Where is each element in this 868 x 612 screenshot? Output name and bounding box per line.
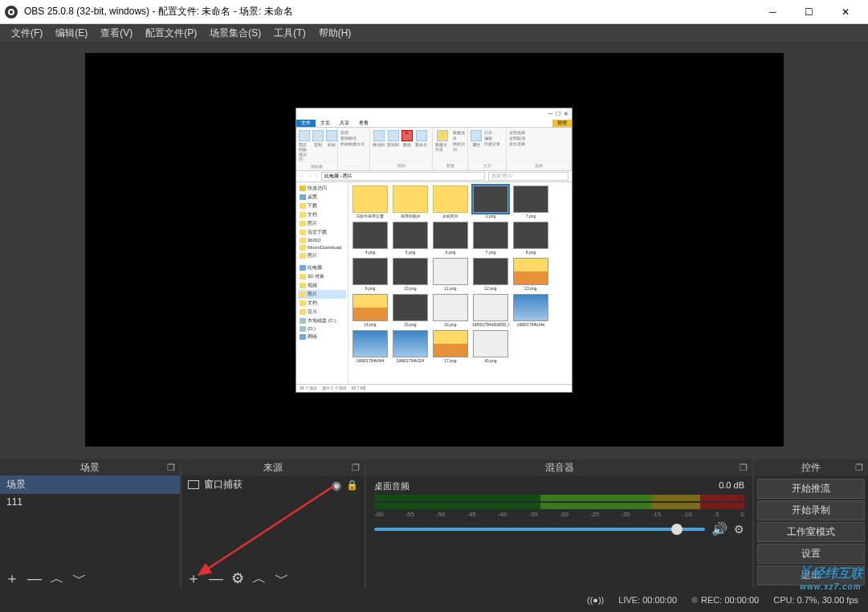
explorer-tab-home: 主页	[316, 120, 335, 127]
file-item: 16f601794b14e	[512, 294, 549, 327]
explorer-tab-manage: 管理	[552, 120, 572, 127]
remove-source-button[interactable]: —	[209, 570, 223, 587]
status-cpu: CPU: 0.7%, 30.00 fps	[773, 595, 858, 605]
file-item: 16f601794af3d858_600_0.jpeg	[472, 294, 509, 327]
remove-scene-button[interactable]: —	[27, 570, 42, 587]
mixer-track-desktop-audio: 桌面音频 0.0 dB -60-55-50-45-40-35-30-25-20-…	[366, 475, 752, 541]
explorer-ribbon: 固定到快速访问 复制 粘贴 剪贴板 剪切 复制路径 粘贴快捷方式	[296, 128, 572, 171]
explorer-search: 搜索"图片"	[488, 172, 568, 181]
gear-icon[interactable]: ⚙	[734, 523, 744, 536]
audio-meter	[374, 495, 744, 501]
scenes-panel: 场景 ❐ 场景 111 ＋ — ︿ ﹀	[0, 459, 180, 588]
menu-profile[interactable]: 配置文件(P)	[139, 25, 203, 42]
file-item: 12.png	[472, 258, 509, 291]
file-item: 7.png	[512, 186, 549, 218]
mixer-track-db: 0.0 dB	[719, 480, 744, 492]
file-item: 10.png	[392, 258, 429, 291]
explorer-file-grid: G软件保存位置保存的图片本机照片1.png7.png4.png5.png6.pn…	[348, 182, 572, 384]
file-item: 保存的图片	[392, 186, 429, 218]
start-recording-button[interactable]: 开始录制	[757, 500, 865, 520]
annotation-arrow	[198, 482, 342, 578]
dock-panels: 场景 ❐ 场景 111 ＋ — ︿ ﹀ 来源 ❐ 窗口捕获 ◉	[0, 458, 868, 588]
file-item: 6.png	[432, 222, 469, 255]
explorer-ribbon-tabs: 文件 主页 共享 查看 管理	[296, 120, 572, 128]
file-item: 4.png	[352, 222, 389, 255]
popout-icon[interactable]: ❐	[352, 463, 360, 473]
explorer-statusbar: 34 个项目 选中 1 个项目 93.7 KB	[296, 384, 572, 392]
add-source-button[interactable]: ＋	[186, 569, 201, 588]
menu-bar: 文件(F) 编辑(E) 查看(V) 配置文件(P) 场景集合(S) 工具(T) …	[0, 24, 868, 42]
mixer-panel: 混音器 ❐ 桌面音频 0.0 dB -60-55-50-45-40-35-30-…	[366, 459, 752, 588]
volume-slider[interactable]	[374, 528, 705, 531]
status-rec: REC: 00:00:00	[691, 595, 759, 605]
lock-icon[interactable]: 🔒	[346, 479, 358, 491]
file-item: G软件保存位置	[352, 186, 389, 218]
file-item: 40.png	[472, 330, 509, 363]
file-item: 14.png	[352, 294, 389, 327]
menu-tools[interactable]: 工具(T)	[267, 25, 312, 42]
status-bar: ((●)) LIVE: 00:00:00 REC: 00:00:00 CPU: …	[0, 588, 868, 612]
close-button[interactable]: ✕	[827, 0, 863, 24]
window-capture-icon	[188, 480, 199, 489]
menu-view[interactable]: 查看(V)	[94, 25, 139, 42]
explorer-tab-share: 共享	[335, 120, 354, 127]
sources-panel: 来源 ❐ 窗口捕获 ◉ 🔒 ＋ — ⚙ ︿ ﹀	[181, 459, 365, 588]
file-item: 16f601794b324	[392, 330, 429, 363]
file-item: 11.png	[432, 258, 469, 291]
file-item: 8.png	[512, 222, 549, 255]
file-item: 17.png	[432, 330, 469, 363]
controls-header: 控件 ❐	[754, 459, 868, 475]
source-properties-button[interactable]: ⚙	[231, 569, 244, 587]
start-streaming-button[interactable]: 开始推流	[757, 479, 865, 499]
meter-ticks: -60-55-50-45-40-35-30-25-20-15-10-50	[374, 511, 744, 518]
scene-item[interactable]: 111	[0, 494, 180, 510]
popout-icon[interactable]: ❐	[855, 463, 863, 473]
preview-canvas[interactable]: ─☐✕ 文件 主页 共享 查看 管理 固定到快速访问 复制 粘贴 剪贴板	[85, 53, 784, 447]
speaker-icon[interactable]: 🔊	[711, 521, 727, 537]
file-item: 本机照片	[432, 186, 469, 218]
sources-header: 来源 ❐	[181, 459, 365, 475]
studio-mode-button[interactable]: 工作室模式	[757, 522, 865, 542]
move-scene-up-button[interactable]: ︿	[50, 569, 64, 588]
explorer-sidebar: 快速访问 桌面 下载 文档 图片 迅雷下载 36010 MusicDownloa…	[296, 182, 348, 384]
explorer-tab-view: 查看	[354, 120, 373, 127]
explorer-tab-file: 文件	[296, 120, 316, 127]
record-dot-icon	[691, 597, 698, 603]
scene-item[interactable]: 场景	[0, 475, 180, 494]
popout-icon[interactable]: ❐	[740, 463, 748, 473]
status-broadcast: ((●))	[587, 595, 604, 605]
visibility-icon[interactable]: ◉	[332, 479, 341, 492]
popout-icon[interactable]: ❐	[167, 463, 175, 473]
menu-scene-collection[interactable]: 场景集合(S)	[203, 25, 267, 42]
obs-app-icon	[5, 6, 18, 18]
menu-edit[interactable]: 编辑(E)	[49, 25, 94, 42]
file-item: 15.png	[392, 294, 429, 327]
volume-slider-thumb[interactable]	[671, 524, 683, 535]
watermark: X经纬互联 www.xz7.com	[800, 561, 863, 591]
captured-window-explorer: ─☐✕ 文件 主页 共享 查看 管理 固定到快速访问 复制 粘贴 剪贴板	[295, 108, 573, 393]
move-scene-down-button[interactable]: ﹀	[72, 569, 87, 588]
window-titlebar: OBS 25.0.8 (32-bit, windows) - 配置文件: 未命名…	[0, 0, 868, 24]
explorer-titlebar: ─☐✕	[296, 108, 572, 120]
status-live: LIVE: 00:00:00	[618, 595, 677, 605]
minimize-button[interactable]: ─	[755, 0, 791, 24]
maximize-button[interactable]: ☐	[791, 0, 827, 24]
menu-help[interactable]: 帮助(H)	[312, 25, 358, 42]
menu-file[interactable]: 文件(F)	[5, 25, 49, 42]
file-item: 13.png	[512, 258, 549, 291]
sources-list[interactable]: 窗口捕获 ◉ 🔒	[181, 475, 365, 569]
move-source-up-button[interactable]: ︿	[252, 569, 267, 588]
scenes-header: 场景 ❐	[0, 459, 180, 475]
preview-area: ─☐✕ 文件 主页 共享 查看 管理 固定到快速访问 复制 粘贴 剪贴板	[0, 42, 868, 458]
mixer-header: 混音器 ❐	[366, 459, 752, 475]
file-item: 9.png	[352, 258, 389, 291]
file-item: 1.png	[472, 186, 509, 218]
scenes-list[interactable]: 场景 111	[0, 475, 180, 569]
add-scene-button[interactable]: ＋	[5, 569, 19, 588]
move-source-down-button[interactable]: ﹀	[275, 569, 289, 588]
svg-line-0	[206, 486, 334, 570]
source-label: 窗口捕获	[204, 478, 242, 492]
source-item[interactable]: 窗口捕获 ◉ 🔒	[181, 475, 365, 494]
file-item: 16f601794b044	[352, 330, 389, 363]
file-item: 7.png	[472, 222, 509, 255]
